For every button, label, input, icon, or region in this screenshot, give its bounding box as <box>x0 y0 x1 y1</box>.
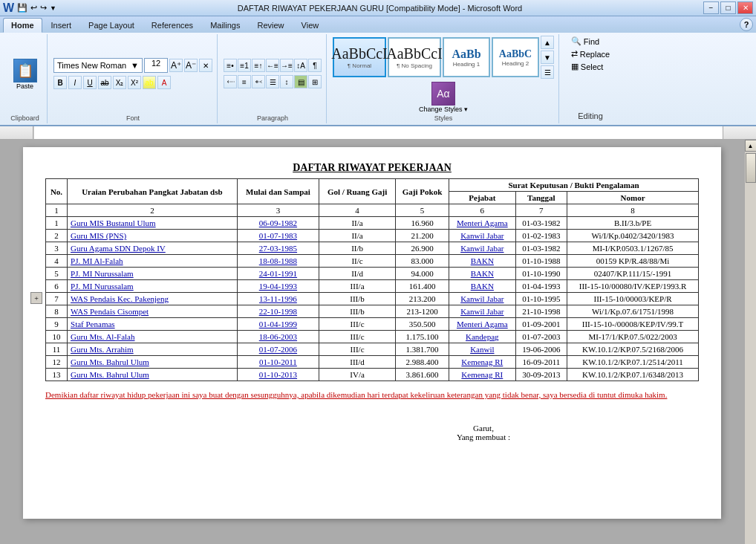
table-cell-row10-col8: MI-17/1/KP.07.5/022/2003 <box>567 331 699 343</box>
numbered-list-button[interactable]: ≡1 <box>238 59 251 72</box>
tab-insert[interactable]: Insert <box>43 18 80 33</box>
clear-format-button[interactable]: ✕ <box>199 59 212 72</box>
maximize-button[interactable]: □ <box>720 1 736 14</box>
font-name-dropdown-icon[interactable]: ▼ <box>131 61 139 70</box>
table-cell-row10-col5: 1.175.100 <box>396 331 449 343</box>
quick-access-dropdown[interactable]: ▼ <box>50 4 56 12</box>
styles-scroll-down[interactable]: ▼ <box>541 51 554 64</box>
table-cell-row4-col1: 4 <box>46 255 68 268</box>
word-icon[interactable]: W <box>3 1 14 15</box>
multilevel-list-button[interactable]: ≡↑ <box>252 59 265 72</box>
font-color-button[interactable]: A <box>157 76 171 89</box>
table-cell-row5-col5: 94.000 <box>396 268 449 280</box>
underline-button[interactable]: U <box>83 76 97 89</box>
ribbon-group-font: Times New Roman ▼ 12 A⁺ A⁻ ✕ B I U ab X₂ <box>49 34 218 123</box>
style-no-spacing-preview: AaBbCcI <box>386 45 443 62</box>
table-row: 4PJ. MI Al-Falah18-08-1988II/c83.000BAKN… <box>46 255 699 268</box>
add-row-button[interactable]: + <box>30 292 42 304</box>
table-cell-row13-col2: Guru Mts. Bahrul Ulum <box>68 369 238 381</box>
text-highlight-button[interactable]: ab <box>143 76 156 89</box>
tab-mailings[interactable]: Mailings <box>202 18 248 33</box>
quick-access-undo[interactable]: ↩ <box>30 3 37 13</box>
scroll-thumb[interactable] <box>746 153 756 183</box>
table-cell-row10-col1: 10 <box>46 331 68 343</box>
align-right-button[interactable]: ⬷ <box>252 75 265 88</box>
table-cell-row7-col7: 01-10-1995 <box>515 293 567 305</box>
close-button[interactable]: ✕ <box>737 1 753 14</box>
vertical-scrollbar[interactable]: ▲ ▼ <box>744 140 756 544</box>
table-cell-row2-col8: Wi/I/Kp.0402/3420/1983 <box>567 230 699 242</box>
show-hide-button[interactable]: ¶ <box>308 59 322 72</box>
document-footnote: Demikian daftar riwayat hidup pekerjaan … <box>45 389 699 401</box>
table-cell-row12-col2: Guru Mts. Bahrul Ulum <box>68 356 238 369</box>
tab-review[interactable]: Review <box>249 18 292 33</box>
font-size-box[interactable]: 12 <box>144 58 168 73</box>
minimize-button[interactable]: − <box>703 1 719 14</box>
list-buttons-row: ≡• ≡1 ≡↑ ←≡ →≡ ↕A ¶ <box>224 59 322 72</box>
table-cell-row5-col4: II/d <box>319 268 396 280</box>
document-scroll[interactable]: + DAFTAR RIWAYAT PEKERJAAN No. Uraian Pe… <box>0 140 744 544</box>
help-button[interactable]: ? <box>740 18 753 31</box>
table-cell-row9-col8: III-15-10-/00008/KEP/IV/99.T <box>567 318 699 331</box>
col-surat-header: Surat Keputusan / Bukti Pengalaman <box>449 179 699 192</box>
tab-home[interactable]: Home <box>3 18 42 33</box>
align-left-button[interactable]: ⬸ <box>224 75 237 88</box>
col-tanggal-header: Tanggal <box>515 192 567 204</box>
line-spacing-button[interactable]: ↕ <box>280 75 293 88</box>
title-bar-buttons: − □ ✕ <box>703 1 753 14</box>
style-heading2-button[interactable]: AaBbC Heading 2 <box>492 37 539 77</box>
change-styles-button[interactable]: Aα Change Styles ▾ <box>419 82 468 113</box>
tab-page-layout[interactable]: Page Layout <box>80 18 143 33</box>
italic-button[interactable]: I <box>68 76 82 89</box>
style-heading1-button[interactable]: AaBb Heading 1 <box>443 37 490 77</box>
border-button[interactable]: ⊞ <box>308 75 322 88</box>
table-cell-row4-col6: BAKN <box>449 255 516 268</box>
select-button[interactable]: ▦ Select <box>569 61 612 72</box>
styles-more[interactable]: ☰ <box>541 65 554 79</box>
style-heading2-preview: AaBbC <box>499 48 532 60</box>
table-cell-row10-col6: Kandepag <box>449 331 516 343</box>
table-cell-row9-col4: III/c <box>319 318 396 331</box>
font-name-box[interactable]: Times New Roman ▼ <box>53 58 143 73</box>
styles-scroll-up[interactable]: ▲ <box>541 36 554 49</box>
scroll-up-button[interactable]: ▲ <box>745 140 757 152</box>
shading-button[interactable]: ▤ <box>294 75 307 88</box>
subscript-button[interactable]: X₂ <box>113 76 126 89</box>
table-cell-row7-col6: Kanwil Jabar <box>449 293 516 305</box>
font-decrease-button[interactable]: A⁻ <box>184 59 198 72</box>
find-button[interactable]: 🔍 Find <box>569 36 612 47</box>
strikethrough-button[interactable]: ab <box>98 76 111 89</box>
find-icon: 🔍 <box>571 36 581 46</box>
quick-access-save[interactable]: 💾 <box>17 3 27 13</box>
table-cell-row6-col7: 01-04-1993 <box>515 280 567 293</box>
change-styles-icon: Aα <box>431 82 455 106</box>
tab-references[interactable]: References <box>143 18 201 33</box>
table-cell-row3-col3: 27-03-1985 <box>237 242 319 255</box>
align-center-button[interactable]: ≡ <box>238 75 251 88</box>
quick-access-redo[interactable]: ↪ <box>40 3 47 13</box>
superscript-button[interactable]: X² <box>128 76 141 89</box>
justify-button[interactable]: ☰ <box>266 75 279 88</box>
table-cell-row6-col6: BAKN <box>449 280 516 293</box>
table-cell-row10-col3: 18-06-2003 <box>237 331 319 343</box>
increase-indent-button[interactable]: →≡ <box>280 59 293 72</box>
garut-section: Garut, Yang membuat : <box>268 424 699 441</box>
table-cell-row8-col2: WAS Pendais Cisompet <box>68 305 238 318</box>
style-normal-label: ¶ Normal <box>348 62 371 69</box>
tab-view[interactable]: View <box>293 18 328 33</box>
paste-button[interactable]: 📋 Paste <box>12 57 39 91</box>
sort-button[interactable]: ↕A <box>294 59 307 72</box>
ruler-svg <box>33 126 723 139</box>
style-normal-preview: AaBbCcI <box>331 45 388 62</box>
font-increase-button[interactable]: A⁺ <box>169 59 183 72</box>
decrease-indent-button[interactable]: ←≡ <box>266 59 279 72</box>
bold-button[interactable]: B <box>53 76 67 89</box>
style-no-spacing-button[interactable]: AaBbCcI ¶ No Spacing <box>388 37 441 77</box>
font-size-value: 12 <box>151 59 160 68</box>
table-cell-row2-col1: 2 <box>46 230 68 242</box>
style-normal-button[interactable]: AaBbCcI ¶ Normal <box>333 37 386 77</box>
bullet-list-button[interactable]: ≡• <box>224 59 237 72</box>
table-cell-row6-col1: 6 <box>46 280 68 293</box>
replace-button[interactable]: ⇄ Replace <box>569 48 612 59</box>
table-cell-row7-col3: 13-11-1996 <box>237 293 319 305</box>
